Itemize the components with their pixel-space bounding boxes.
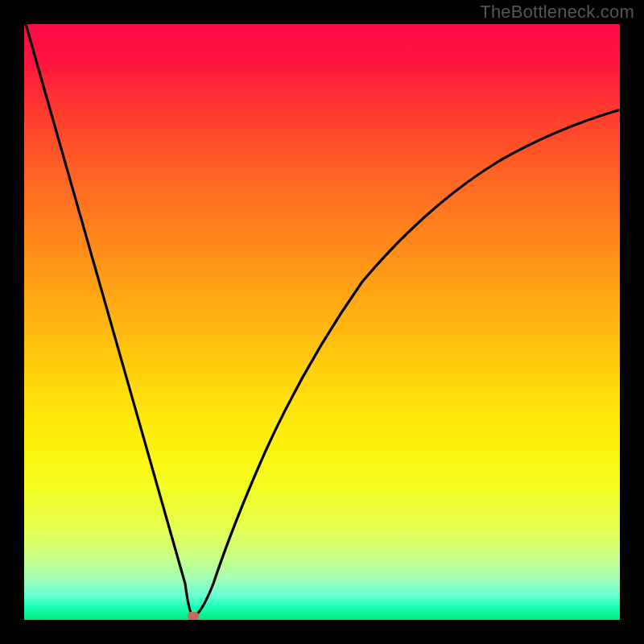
- curve-minimum-marker: [188, 612, 199, 620]
- chart-curve: [24, 24, 620, 620]
- watermark-text: TheBottleneck.com: [480, 2, 634, 23]
- curve-path: [26, 24, 618, 617]
- plot-area: [24, 24, 620, 620]
